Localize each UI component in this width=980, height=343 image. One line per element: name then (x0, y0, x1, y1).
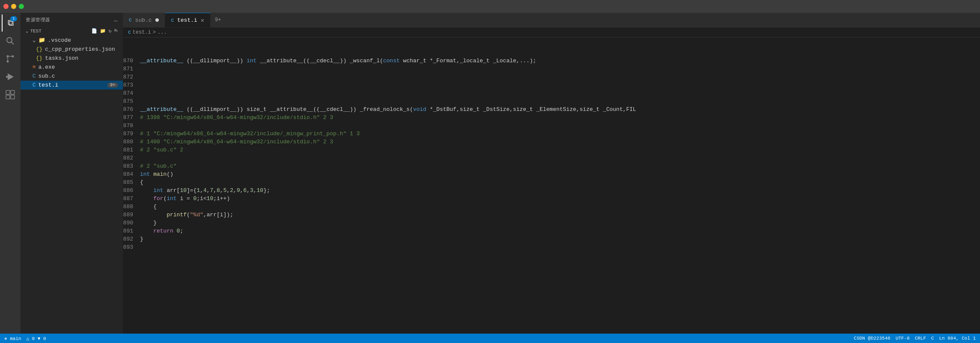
exe-icon: ≡ (32, 64, 36, 70)
activity-bar: ⧉ 1 (0, 13, 20, 334)
maximize-btn[interactable] (19, 4, 24, 9)
status-left: ⎈ main △ 0 ▼ 0 (4, 336, 46, 341)
line-number: 880 (123, 138, 140, 146)
svg-rect-12 (11, 95, 15, 99)
new-folder-icon[interactable]: 📁 (100, 28, 106, 34)
svg-rect-8 (6, 76, 8, 78)
overflow-label: 9+ (215, 17, 221, 23)
line-content: int main() (140, 170, 980, 178)
code-line: 872 (123, 73, 980, 81)
code-line: 871 (123, 65, 980, 73)
line-number: 887 (123, 195, 140, 203)
tab-close-icon[interactable]: ✕ (201, 17, 204, 24)
code-editor[interactable]: 870__attribute__ ((__dllimport__)) int _… (123, 38, 980, 334)
editor-area: C sub.c C test.i ✕ 9+ C test.i > ... (123, 13, 980, 334)
sidebar-section-label: TEST (30, 29, 41, 34)
line-content (140, 154, 980, 162)
code-line: 881# 2 "sub.c" 2 (123, 146, 980, 154)
line-content (140, 81, 980, 89)
sidebar-item-tasks-json[interactable]: {} tasks.json (20, 54, 123, 63)
tab-test-i[interactable]: C test.i ✕ (165, 13, 211, 27)
line-content: __attribute__ ((__dllimport__)) size_t _… (140, 105, 980, 113)
line-number: 893 (123, 243, 140, 251)
json-icon: {} (36, 46, 43, 52)
sidebar-item-c-cpp-properties[interactable]: {} c_cpp_properties.json (20, 45, 123, 54)
line-number: 892 (123, 235, 140, 243)
line-content (140, 243, 980, 251)
line-content (140, 65, 980, 73)
c-icon: C (129, 17, 132, 23)
tab-sub-c[interactable]: C sub.c (123, 13, 165, 27)
search-activity-icon[interactable] (2, 32, 19, 49)
line-number: 877 (123, 113, 140, 122)
sidebar-item-label: tasks.json (45, 55, 79, 61)
code-line: 884int main() (123, 170, 980, 178)
chevron-down-icon: ⌄ (32, 37, 36, 44)
line-content: return 0; (140, 227, 980, 235)
minimize-btn[interactable] (11, 4, 16, 9)
collapse-icon[interactable]: ⥱ (114, 28, 118, 34)
sidebar-item-label: .vscode (48, 37, 71, 44)
extensions-activity-icon[interactable] (2, 86, 19, 103)
chevron-down-icon: ⌄ (26, 28, 29, 34)
sidebar-item-sub-c[interactable]: C sub.c (20, 72, 123, 81)
c-file-icon: C (32, 82, 36, 88)
breadcrumb-file: test.i (133, 29, 151, 35)
svg-rect-11 (6, 95, 10, 99)
sidebar-section-test[interactable]: ⌄ TEST 📄 📁 ↻ ⥱ (20, 26, 123, 35)
line-number: 891 (123, 227, 140, 235)
code-line: 877# 1398 "C:/mingw64/x86_64-w64-mingw32… (123, 113, 980, 122)
status-bar: ⎈ main △ 0 ▼ 0 CSDN @D223546 UTF-8 CRLF … (0, 334, 980, 343)
encoding-label[interactable]: UTF-8 (895, 336, 910, 341)
sidebar-item-test-i[interactable]: C test.i 9+ (20, 81, 123, 90)
refresh-icon[interactable]: ↻ (108, 28, 111, 34)
line-number: 886 (123, 186, 140, 195)
code-line: 874 (123, 89, 980, 97)
c-icon: C (171, 18, 174, 23)
tab-bar: C sub.c C test.i ✕ 9+ (123, 13, 980, 28)
code-line: 890 } (123, 219, 980, 227)
language-label[interactable]: C (931, 336, 934, 341)
tab-overflow[interactable]: 9+ (210, 13, 225, 27)
code-line: 882 (123, 154, 980, 162)
line-content (140, 89, 980, 97)
sidebar-item-vscode[interactable]: ⌄ 📁 .vscode (20, 35, 123, 45)
line-number: 871 (123, 65, 140, 73)
source-control-activity-icon[interactable] (2, 50, 19, 67)
sidebar-item-label: sub.c (38, 73, 55, 79)
line-content (140, 97, 980, 105)
code-line: 883# 2 "sub.c" (123, 162, 980, 170)
csdn-label: CSDN @D223546 (854, 336, 890, 341)
line-content (140, 122, 980, 130)
files-activity-icon[interactable]: ⧉ 1 (2, 15, 19, 32)
code-line: 893 (123, 243, 980, 251)
code-line: 892} (123, 235, 980, 243)
line-number: 876 (123, 105, 140, 113)
modified-indicator (155, 18, 159, 22)
line-content: # 1400 "C:/mingw64/x86_64-w64-mingw32/in… (140, 138, 980, 146)
new-file-icon[interactable]: … (114, 16, 118, 23)
line-number: 878 (123, 122, 140, 130)
code-line: 891 return 0; (123, 227, 980, 235)
close-btn[interactable] (3, 4, 9, 9)
eol-label[interactable]: CRLF (915, 336, 926, 341)
status-right: CSDN @D223546 UTF-8 CRLF C Ln 884, Col 1 (854, 336, 976, 341)
sidebar-item-label: test.i (38, 82, 58, 88)
folder-icon: 📁 (38, 37, 45, 44)
line-number: 874 (123, 89, 140, 97)
svg-rect-10 (11, 90, 15, 94)
line-content: } (140, 235, 980, 243)
position-label[interactable]: Ln 884, Col 1 (939, 336, 976, 341)
errors-label[interactable]: △ 0 ▼ 0 (26, 336, 46, 341)
code-line: 876__attribute__ ((__dllimport__)) size_… (123, 105, 980, 113)
line-content: for(int i = 0;i<10;i++) (140, 195, 980, 203)
svg-point-3 (12, 55, 14, 58)
new-file-icon-inline[interactable]: 📄 (91, 28, 97, 34)
debug-activity-icon[interactable] (2, 68, 19, 85)
line-number: 889 (123, 211, 140, 219)
code-line: 878 (123, 122, 980, 130)
line-number: 881 (123, 146, 140, 154)
sidebar-item-a-exe[interactable]: ≡ a.exe (20, 63, 123, 72)
line-content: # 2 "sub.c" 2 (140, 146, 980, 154)
branch-label[interactable]: ⎈ main (4, 336, 21, 341)
